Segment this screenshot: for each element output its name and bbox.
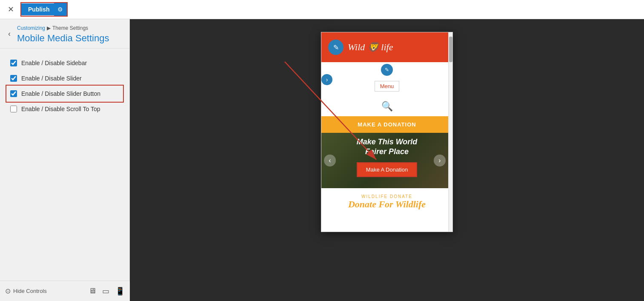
top-bar: ✕ Publish ⚙ <box>0 0 644 19</box>
page-title: Mobile Media Settings <box>17 33 123 44</box>
site-header: ✎ Wild 🦁 life <box>321 32 452 62</box>
enable-slider-button-checkbox[interactable] <box>10 90 17 97</box>
checkbox-slider-button[interactable]: Enable / Disable Slider Button <box>7 86 123 101</box>
breadcrumb-separator: ▶ <box>47 25 51 31</box>
mobile-icon[interactable]: 📱 <box>115 287 125 296</box>
mobile-preview-wrapper: ✎ Wild 🦁 life › ✎ Menu 🔍 MAK <box>321 32 453 232</box>
enable-sidebar-label: Enable / Disable Sidebar <box>21 60 87 66</box>
sidebar: ‹ Customizing ▶ Theme Settings Mobile Me… <box>0 19 130 301</box>
slider-area: Make This World Fairer Place Make A Dona… <box>321 133 452 188</box>
site-nav-area: › ✎ Menu <box>321 62 452 97</box>
main-content: ‹ Customizing ▶ Theme Settings Mobile Me… <box>0 19 644 301</box>
back-button[interactable]: ‹ <box>4 29 14 39</box>
donate-title: Donate For Wildlife <box>326 199 448 210</box>
publish-button[interactable]: Publish <box>21 3 57 15</box>
wildlife-label: WILDLIFE DONATE <box>326 194 448 199</box>
logo-edit-icon: ✎ <box>333 43 339 52</box>
hide-controls-text: Hide Controls <box>13 288 47 294</box>
donation-banner: MAKE A DONATION <box>321 116 452 133</box>
wildlife-donate-section: WILDLIFE DONATE Donate For Wildlife <box>321 188 452 214</box>
scrollbar-thumb[interactable] <box>449 37 452 62</box>
enable-slider-checkbox[interactable] <box>10 75 17 82</box>
slider-next-button[interactable]: › <box>434 155 446 166</box>
publish-group: Publish ⚙ <box>21 3 67 16</box>
scrollbar[interactable] <box>448 32 452 232</box>
enable-sidebar-checkbox[interactable] <box>10 60 17 66</box>
breadcrumb: Customizing ▶ Theme Settings <box>17 25 123 31</box>
site-logo-text: Wild 🦁 life <box>348 42 393 53</box>
breadcrumb-customizing[interactable]: Customizing <box>17 25 45 31</box>
slider-donate-button[interactable]: Make A Donation <box>358 163 416 176</box>
enable-slider-button-label: Enable / Disable Slider Button <box>21 90 100 97</box>
hide-controls-button[interactable]: ⊙ Hide Controls <box>5 287 47 295</box>
search-icon: 🔍 <box>381 101 393 112</box>
enable-scroll-top-label: Enable / Disable Scroll To Top <box>21 106 100 112</box>
device-switcher: 🖥 ▭ 📱 <box>89 287 125 296</box>
tablet-icon[interactable]: ▭ <box>102 287 109 296</box>
menu-button[interactable]: Menu <box>375 81 400 92</box>
logo-circle: ✎ <box>328 40 343 55</box>
slider-overlay: Make This World Fairer Place Make A Dona… <box>321 137 452 176</box>
mobile-preview: ✎ Wild 🦁 life › ✎ Menu 🔍 MAK <box>321 32 453 232</box>
search-area: 🔍 <box>321 97 452 116</box>
nav-left-arrow: › <box>321 74 332 85</box>
slider-prev-button[interactable]: ‹ <box>324 155 336 166</box>
slider-title: Make This World Fairer Place <box>321 137 452 157</box>
preview-area: ✎ Wild 🦁 life › ✎ Menu 🔍 MAK <box>130 19 644 301</box>
close-button[interactable]: ✕ <box>4 3 17 16</box>
sidebar-header: ‹ Customizing ▶ Theme Settings Mobile Me… <box>0 19 129 49</box>
sidebar-controls: Enable / Disable Sidebar Enable / Disabl… <box>0 49 129 281</box>
checkbox-scroll-top[interactable]: Enable / Disable Scroll To Top <box>7 101 123 117</box>
gear-button[interactable]: ⚙ <box>54 3 67 16</box>
checkbox-sidebar[interactable]: Enable / Disable Sidebar <box>7 55 123 71</box>
desktop-icon[interactable]: 🖥 <box>89 287 96 296</box>
enable-scroll-top-checkbox[interactable] <box>10 106 17 112</box>
nav-edit-icon: ✎ <box>381 64 393 76</box>
bottom-bar: ⊙ Hide Controls 🖥 ▭ 📱 <box>0 281 130 301</box>
checkbox-slider[interactable]: Enable / Disable Slider <box>7 71 123 86</box>
hide-controls-circle-icon: ⊙ <box>5 287 11 295</box>
breadcrumb-theme-settings: Theme Settings <box>52 25 88 31</box>
enable-slider-label: Enable / Disable Slider <box>21 75 82 82</box>
